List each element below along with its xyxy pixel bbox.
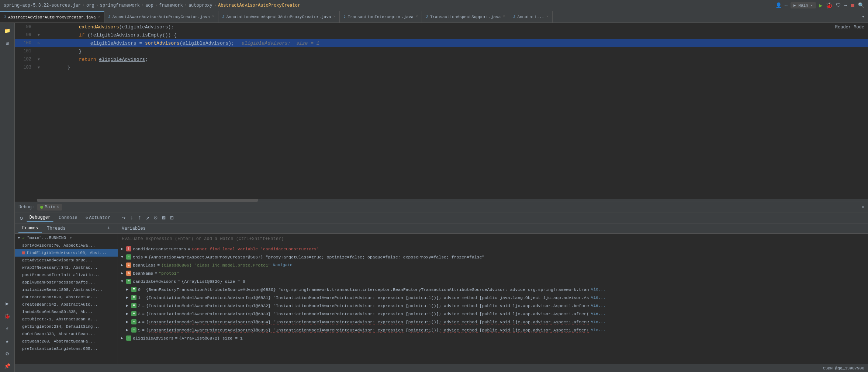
search-icon[interactable]: 🔍 bbox=[858, 2, 864, 8]
tab-aspectj-aware[interactable]: J AspectJAwareAdvisorAutoProxyCreator.ja… bbox=[104, 11, 218, 22]
step-over-btn[interactable]: ↷ bbox=[121, 214, 127, 222]
var-candidateAdvisors-2[interactable]: ▶ = 2 = {InstantiationModelAwarePointcut… bbox=[123, 302, 868, 310]
breadcrumb-framework[interactable]: framework bbox=[159, 3, 183, 8]
tab-actuator[interactable]: ⚙ Actuator bbox=[83, 214, 113, 222]
stop-icon[interactable]: ⏹ bbox=[850, 3, 855, 8]
session-running-indicator bbox=[40, 206, 43, 209]
frame-0[interactable]: sortAdvisors:70, AspectJAwa... bbox=[15, 242, 118, 249]
frame-14[interactable]: preInstantiateSingletons:955... bbox=[15, 345, 118, 352]
variables-tab-label[interactable]: Variables bbox=[122, 226, 146, 231]
coverage-icon[interactable]: 🛡 bbox=[836, 3, 841, 8]
profile-icon[interactable]: 👤 bbox=[775, 2, 782, 8]
evaluate-bar[interactable]: Evaluate expression (Enter) or add a wat… bbox=[118, 234, 868, 244]
frame-3[interactable]: wrapIfNecessary:341, Abstrac... bbox=[15, 264, 118, 271]
thread-filter-icon[interactable]: ▼ bbox=[70, 236, 72, 240]
tab-debugger[interactable]: Debugger bbox=[27, 214, 54, 222]
more-icon[interactable]: ⋯ bbox=[844, 2, 847, 8]
horizontal-scrollbar[interactable] bbox=[37, 199, 868, 202]
tab-close-5[interactable]: × bbox=[546, 15, 549, 19]
reload-icon[interactable]: ↻ bbox=[18, 214, 24, 222]
back-icon[interactable]: ← bbox=[785, 3, 788, 8]
frame-11[interactable]: getSingleton:234, DefaultSing... bbox=[15, 323, 118, 330]
evaluate-btn[interactable]: ⎋ bbox=[153, 214, 159, 222]
var-candidateAdvisors[interactable]: ▼ = candidateAdvisors = {ArrayList@6826}… bbox=[118, 277, 868, 285]
tab-abstract-advisor[interactable]: J AbstractAdvisorAutoProxyCreator.java × bbox=[0, 11, 104, 22]
var-candidateAdvisors-5[interactable]: ▶ = 5 = {InstantiationModelAwarePointcut… bbox=[123, 326, 868, 334]
frame-6[interactable]: initializeBean:1808, AbstractA... bbox=[15, 286, 118, 293]
sidebar-bookmark-icon[interactable]: ★ bbox=[1, 335, 13, 347]
step-into-btn[interactable]: ↓ bbox=[129, 215, 135, 221]
navigate-0[interactable]: Vie... bbox=[591, 287, 606, 292]
debug-settings-icon[interactable]: ⚙ bbox=[862, 204, 864, 210]
breadcrumb-autoproxy[interactable]: autoproxy bbox=[189, 3, 212, 8]
code-line-101: 101 } bbox=[15, 47, 868, 55]
tab-transaction-aspect[interactable]: J TransactionAspectSupport.java × bbox=[422, 11, 509, 22]
sidebar-debug-icon[interactable]: 🐞 bbox=[1, 310, 13, 322]
frame-label-2: getAdvicesAndAdvisorsForBe... bbox=[22, 258, 93, 263]
breadcrumb-aop[interactable]: aop bbox=[145, 3, 153, 8]
sidebar-profile-icon[interactable]: ⚡ bbox=[1, 323, 13, 334]
var-this[interactable]: ▼ = this = {AnnotationAwareAspectJAutoPr… bbox=[118, 253, 868, 261]
tab-annotation-aware[interactable]: J AnnotationAwareAspectJAutoProxyCreator… bbox=[218, 11, 340, 22]
var-eligibleAdvisors[interactable]: ▶ = eligibleAdvisors = {ArrayList@6872} … bbox=[118, 334, 868, 342]
var-candidateAdvisors-3[interactable]: ▶ = 3 = {InstantiationModelAwarePointcut… bbox=[123, 310, 868, 318]
run-config-dropdown[interactable]: ▶ Main ▾ bbox=[791, 2, 816, 8]
breadcrumb-org[interactable]: org bbox=[86, 3, 94, 8]
var-beanName[interactable]: ▶ S beanName = "proto1" bbox=[118, 269, 868, 277]
navigate-1[interactable]: Vie... bbox=[591, 295, 606, 300]
step-out-btn[interactable]: ↑ bbox=[137, 215, 143, 221]
var-candidateAdvisors-0[interactable]: ▶ = 0 = {BeanFactoryTransactionAttribute… bbox=[123, 285, 868, 293]
breadcrumb-class[interactable]: AbstractAdvisorAutoProxyCreator bbox=[218, 3, 300, 8]
var-candidateConstructors[interactable]: ▶ ! candidateConstructors = Cannot find … bbox=[118, 245, 868, 253]
run-to-cursor-btn[interactable]: ↗ bbox=[145, 214, 151, 222]
sidebar-structure-icon[interactable]: ⊞ bbox=[1, 37, 13, 49]
frames-panel: Frames Threads + ▼ ✓ "main"...RUNNING ▼ … bbox=[15, 223, 118, 364]
var-beanClass[interactable]: ▶ C beanClass = {Class@6806} "class ljc.… bbox=[118, 261, 868, 269]
frame-8[interactable]: createBean:542, AbstractAuto... bbox=[15, 301, 118, 308]
frame-5[interactable]: applyBeanPostProcessorsAfte... bbox=[15, 279, 118, 286]
breadcrumb-jar[interactable]: spring-aop-5.3.22-sources.jar bbox=[4, 3, 81, 8]
frame-10[interactable]: getObject:-1, AbstractBeanFa... bbox=[15, 316, 118, 323]
mute-btn[interactable]: ⊡ bbox=[169, 214, 175, 222]
add-frame-btn[interactable]: + bbox=[104, 223, 114, 234]
frame-2[interactable]: getAdvicesAndAdvisorsForBe... bbox=[15, 257, 118, 264]
sidebar-run-icon[interactable]: ▶ bbox=[1, 298, 13, 309]
thread-main[interactable]: ▼ ✓ "main"...RUNNING ▼ bbox=[15, 234, 118, 242]
breadcrumb-springframework[interactable]: springframework bbox=[100, 3, 140, 8]
frame-4[interactable]: postProcessAfterInitializatio... bbox=[15, 271, 118, 279]
debug-session[interactable]: Main × bbox=[37, 204, 62, 211]
var-candidateAdvisors-1[interactable]: ▶ = 1 = {InstantiationModelAwarePointcut… bbox=[123, 293, 868, 302]
sidebar-project-icon[interactable]: 📁 bbox=[1, 25, 13, 36]
breakpoints-btn[interactable]: ⊠ bbox=[161, 214, 167, 222]
tab-transaction-interceptor[interactable]: J TransactionInterceptor.java × bbox=[340, 11, 422, 22]
sidebar-pin-icon[interactable]: 📌 bbox=[1, 360, 13, 372]
navigate-5[interactable]: Vie... bbox=[591, 328, 606, 332]
tab-close-0[interactable]: × bbox=[98, 15, 100, 19]
navigate-4[interactable]: Vie... bbox=[591, 320, 606, 324]
subtab-threads[interactable]: Threads bbox=[43, 225, 69, 232]
tab-close-4[interactable]: × bbox=[503, 15, 505, 19]
var-icon-2: = bbox=[131, 303, 136, 308]
navigate-beanClass[interactable]: Navigate bbox=[273, 263, 293, 267]
evaluate-placeholder: Evaluate expression (Enter) or add a wat… bbox=[122, 236, 284, 241]
session-close[interactable]: × bbox=[57, 205, 59, 209]
run-icon[interactable]: ▶ bbox=[819, 2, 823, 9]
sidebar-settings-icon[interactable]: ⚙ bbox=[1, 348, 13, 359]
tab-close-1[interactable]: × bbox=[212, 15, 214, 19]
subtab-frames[interactable]: Frames bbox=[18, 225, 42, 233]
frame-1[interactable]: findEligibleAdvisors:100, Abst... bbox=[15, 249, 118, 257]
var-candidateAdvisors-4[interactable]: ▶ = 4 = {InstantiationModelAwarePointcut… bbox=[123, 318, 868, 326]
tab-annotati[interactable]: J Annotati... × bbox=[509, 11, 553, 22]
tab-console[interactable]: Console bbox=[56, 214, 80, 222]
tab-bar-overflow[interactable]: ▾ bbox=[862, 11, 868, 22]
var-icon-5: = bbox=[131, 327, 136, 333]
frame-7[interactable]: doCreateBean:620, AbstractBe... bbox=[15, 293, 118, 301]
debug-icon[interactable]: 🐞 bbox=[826, 2, 833, 9]
tab-close-2[interactable]: × bbox=[333, 15, 336, 19]
navigate-2[interactable]: Vie... bbox=[591, 303, 606, 308]
frame-9[interactable]: lambda$doGetBean$0:335, Ab... bbox=[15, 308, 118, 316]
frame-13[interactable]: getBean:208, AbstractBeanFa... bbox=[15, 338, 118, 345]
tab-close-3[interactable]: × bbox=[416, 15, 418, 19]
frame-12[interactable]: doGetBean:333, AbstractBean... bbox=[15, 330, 118, 338]
navigate-3[interactable]: Vie... bbox=[591, 312, 606, 316]
